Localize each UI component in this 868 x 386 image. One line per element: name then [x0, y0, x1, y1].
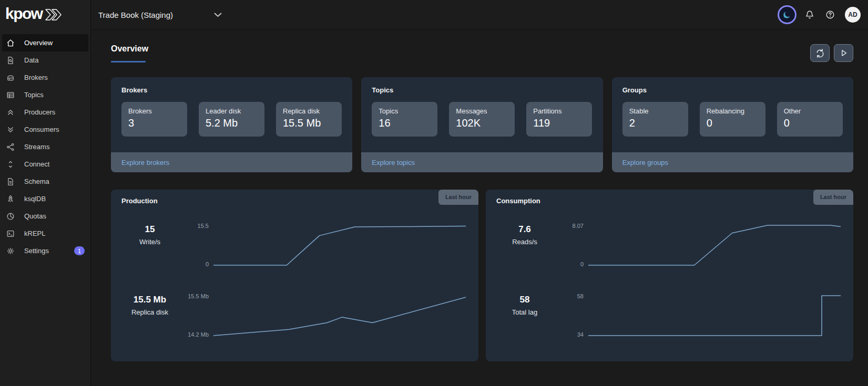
notifications-bell-icon[interactable]	[804, 9, 815, 20]
play-icon	[839, 48, 849, 58]
y-axis-min-label: 0	[580, 262, 584, 267]
pie-chart-icon	[6, 212, 15, 221]
sidebar: kpow Overview Data	[0, 0, 91, 386]
main-area: Trade Book (Staging) AD	[91, 0, 868, 386]
sidebar-item-quotas[interactable]: Quotas	[2, 207, 88, 225]
stat-tile: Topics 16	[372, 102, 437, 137]
sidebar-item-krepl[interactable]: kREPL	[2, 225, 88, 242]
y-axis-min-label: 14.2 Mb	[188, 332, 209, 338]
home-icon	[6, 38, 15, 48]
terminal-icon	[6, 229, 15, 238]
stat-label: Other	[784, 107, 836, 115]
explore-groups-link[interactable]: Explore groups	[622, 159, 668, 166]
help-icon[interactable]	[824, 9, 836, 20]
sidebar-item-topics[interactable]: Topics	[2, 86, 88, 103]
stat-value: 5.2 Mb	[206, 117, 258, 129]
sidebar-item-label: Schema	[24, 178, 49, 185]
sidebar-item-consumers[interactable]: Consumers	[2, 121, 88, 138]
sidebar-item-label: Connect	[24, 160, 49, 168]
sidebar-item-streams[interactable]: Streams	[2, 138, 88, 155]
sidebar-item-label: Data	[24, 56, 38, 64]
environment-selector[interactable]: Trade Book (Staging)	[98, 11, 222, 19]
app-window: kpow Overview Data	[0, 0, 868, 386]
topbar: Trade Book (Staging) AD	[91, 0, 868, 29]
time-range-badge: Last hour	[813, 190, 853, 205]
sparkline-plot: 15.5 0	[178, 223, 468, 267]
y-axis-min-label: 0	[206, 262, 209, 267]
stat-value: 0	[707, 117, 759, 129]
document-icon	[6, 177, 15, 186]
stat-value: 119	[533, 117, 585, 129]
metric-row: 15 Write/s 15.5 0	[121, 223, 468, 267]
card-title: Brokers	[121, 86, 342, 94]
topbar-right-cluster: AD	[779, 7, 861, 23]
drive-icon	[6, 73, 15, 82]
sidebar-item-settings[interactable]: Settings 1	[2, 242, 88, 259]
page-title: Overview	[111, 44, 148, 54]
metric-current-value: 15.5 Mb	[121, 295, 178, 305]
refresh-button[interactable]	[810, 44, 830, 62]
metric-row: 58 Total lag 58 34	[496, 294, 843, 338]
chevrons-down-icon	[6, 125, 15, 134]
stat-label: Rebalancing	[707, 107, 759, 115]
stat-value: 0	[784, 117, 836, 129]
avatar[interactable]: AD	[845, 7, 861, 23]
stat-tile: Brokers 3	[121, 102, 187, 137]
kpow-chevrons-icon	[44, 7, 63, 23]
play-button[interactable]	[834, 44, 853, 62]
topics-card: Topics Topics 16 Messages 102K P	[361, 77, 603, 172]
sidebar-item-producers[interactable]: Producers	[2, 103, 88, 121]
sidebar-item-brokers[interactable]: Brokers	[2, 69, 88, 86]
stat-tile: Leader disk 5.2 Mb	[199, 102, 264, 137]
settings-badge: 1	[74, 246, 85, 255]
stat-tile: Stable 2	[622, 102, 688, 137]
sidebar-item-ksqldb[interactable]: ksqlDB	[2, 190, 88, 207]
stat-value: 15.5 Mb	[283, 117, 335, 129]
y-axis-max-label: 15.5 Mb	[188, 294, 209, 299]
sidebar-nav: Overview Data Brokers Topics	[0, 29, 90, 259]
sort-icon	[6, 160, 15, 169]
chart-title: Production	[121, 197, 468, 205]
title-underline	[111, 61, 146, 62]
moon-icon	[782, 9, 792, 20]
share-icon	[6, 142, 15, 152]
stat-value: 16	[379, 117, 431, 129]
sidebar-item-label: Brokers	[24, 74, 48, 81]
stat-label: Messages	[456, 107, 508, 115]
card-footer: Explore brokers	[111, 152, 352, 172]
sidebar-item-label: Consumers	[24, 126, 59, 133]
dark-mode-toggle[interactable]	[779, 7, 795, 23]
kpow-logo[interactable]: kpow	[0, 0, 90, 29]
sidebar-item-overview[interactable]: Overview	[2, 34, 88, 51]
sparkline-plot: 8.07 0	[553, 223, 843, 267]
sidebar-item-connect[interactable]: Connect	[2, 155, 88, 173]
sparkline-plot: 58 34	[553, 294, 843, 338]
chevrons-up-icon	[6, 108, 15, 117]
stat-label: Leader disk	[206, 107, 258, 115]
card-title: Groups	[622, 86, 843, 94]
charts-row: Last hour Production 15 Write/s 15.5 0	[111, 190, 853, 361]
gear-icon	[6, 246, 15, 256]
stat-value: 2	[629, 117, 681, 129]
sparkline-chart	[588, 294, 841, 338]
y-axis-max-label: 58	[577, 294, 584, 299]
stat-label: Brokers	[128, 107, 180, 115]
brokers-card: Brokers Brokers 3 Leader disk 5.2 Mb	[111, 77, 352, 172]
sidebar-item-label: Quotas	[24, 212, 46, 220]
metric-row: 15.5 Mb Replica disk 15.5 Mb 14.2 Mb	[121, 294, 468, 338]
content: Overview	[91, 29, 868, 386]
sidebar-item-label: Overview	[24, 39, 53, 47]
sidebar-item-label: ksqlDB	[24, 195, 46, 203]
sidebar-item-schema[interactable]: Schema	[2, 173, 88, 190]
explore-topics-link[interactable]: Explore topics	[372, 159, 415, 166]
sidebar-item-data[interactable]: Data	[2, 51, 88, 69]
sparkline-plot: 15.5 Mb 14.2 Mb	[178, 294, 468, 338]
metric-name: Reads/s	[496, 238, 553, 246]
chart-title: Consumption	[496, 197, 843, 205]
logo-text: kpow	[5, 6, 43, 22]
stat-value: 3	[128, 117, 180, 129]
explore-brokers-link[interactable]: Explore brokers	[121, 159, 169, 166]
metric-current-value: 15	[121, 224, 178, 235]
groups-card: Groups Stable 2 Rebalancing 0 Ot	[612, 77, 853, 172]
time-range-badge: Last hour	[438, 190, 478, 205]
